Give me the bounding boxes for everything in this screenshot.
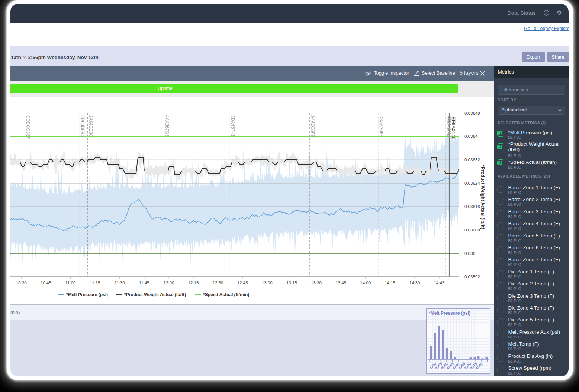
svg-text:D3AA366F: D3AA366F <box>379 115 384 137</box>
svg-text:EF6A0146: EF6A0146 <box>451 117 456 139</box>
svg-text:3DA45743: 3DA45743 <box>230 115 235 136</box>
svg-text:CDDCC337: CDDCC337 <box>25 115 30 139</box>
svg-text:4980: 4980 <box>475 362 484 370</box>
svg-text:A4AD06F9: A4AD06F9 <box>310 115 315 137</box>
svg-text:2A64EE30: 2A64EE30 <box>88 115 93 137</box>
svg-text:5D63DE46: 5D63DE46 <box>80 115 85 137</box>
svg-text:4AA367D5: 4AA367D5 <box>164 115 170 137</box>
